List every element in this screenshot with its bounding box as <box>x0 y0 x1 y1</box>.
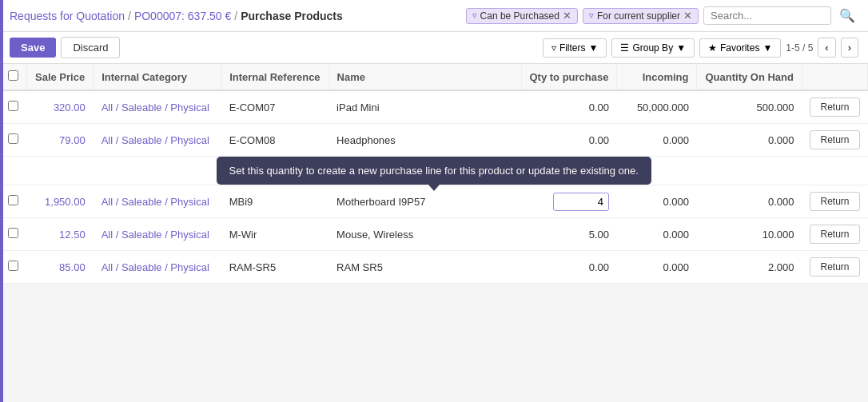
th-action <box>802 64 867 90</box>
row-action-cell: Return <box>802 185 867 218</box>
row-name: iPad Mini <box>328 90 521 124</box>
qty-input[interactable] <box>553 193 609 211</box>
th-sale-price: Sale Price <box>27 64 94 90</box>
breadcrumb-current: Purchase Products <box>241 10 343 22</box>
table-row: 12.50 All / Saleable / Physical M-Wir Mo… <box>0 218 868 251</box>
search-input[interactable] <box>703 6 831 25</box>
row-qty-to-purchase: 0.00 <box>521 124 617 157</box>
row-checkbox[interactable] <box>8 195 18 205</box>
breadcrumb-po-link[interactable]: PO00007: 637.50 € <box>134 10 231 22</box>
pagination-info: 1-5 / 5 <box>786 42 813 54</box>
tooltip-box: Set this quantity to create a new purcha… <box>217 157 651 185</box>
th-qty-to-purchase: Qty to purchase <box>521 64 617 90</box>
row-checkbox-cell <box>0 124 27 157</box>
next-page-button[interactable]: › <box>841 38 858 58</box>
filter-icon: ▿ <box>551 42 556 54</box>
row-sale-price: 1,950.00 <box>27 185 94 218</box>
filters-button[interactable]: ▿ Filters ▼ <box>543 38 607 58</box>
filters-chevron: ▼ <box>589 42 599 54</box>
row-incoming: 0.000 <box>617 185 697 218</box>
row-quantity-on-hand: 10.000 <box>697 218 802 251</box>
row-incoming: 0.000 <box>617 251 697 284</box>
table-row: 320.00 All / Saleable / Physical E-COM07… <box>0 90 868 124</box>
breadcrumb-sep1: / <box>128 10 131 22</box>
filter-purchased-close[interactable]: ✕ <box>563 10 571 21</box>
discard-button[interactable]: Discard <box>61 37 120 58</box>
row-qty-to-purchase: 0.00 <box>521 251 617 284</box>
filters-label: Filters <box>559 42 586 54</box>
row-quantity-on-hand: 2.000 <box>697 251 802 284</box>
group-by-button[interactable]: ☰ Group By ▼ <box>611 38 695 58</box>
row-qty-to-purchase <box>521 185 617 218</box>
row-incoming: 0.000 <box>617 218 697 251</box>
return-button[interactable]: Return <box>810 130 859 149</box>
row-checkbox-cell <box>0 185 27 218</box>
table-row: 79.00 All / Saleable / Physical E-COM08 … <box>0 124 868 157</box>
action-right: ▿ Filters ▼ ☰ Group By ▼ ★ Favorites ▼ 1… <box>543 38 858 58</box>
funnel-icon-purchased: ▿ <box>472 10 477 21</box>
tooltip-cell: Set this quantity to create a new purcha… <box>0 157 868 185</box>
return-button[interactable]: Return <box>810 98 859 117</box>
table-row: 85.00 All / Saleable / Physical RAM-SR5 … <box>0 251 868 284</box>
group-by-chevron: ▼ <box>676 42 686 54</box>
th-name: Name <box>328 64 521 90</box>
row-sale-price: 12.50 <box>27 218 94 251</box>
row-internal-category: All / Saleable / Physical <box>94 218 221 251</box>
filter-tag-supplier: ▿ For current supplier ✕ <box>583 8 699 24</box>
th-quantity-on-hand: Quantity On Hand <box>697 64 802 90</box>
row-internal-category: All / Saleable / Physical <box>94 185 221 218</box>
row-sale-price: 79.00 <box>27 124 94 157</box>
row-checkbox[interactable] <box>8 133 18 144</box>
products-table: Sale Price Internal Category Internal Re… <box>0 64 868 284</box>
breadcrumb: Requests for Quotation / PO00007: 637.50… <box>10 10 343 22</box>
top-bar: Requests for Quotation / PO00007: 637.50… <box>0 0 868 32</box>
th-internal-reference: Internal Reference <box>221 64 328 90</box>
row-incoming: 0.000 <box>617 124 697 157</box>
search-button[interactable]: 🔍 <box>836 6 858 25</box>
row-internal-reference: RAM-SR5 <box>221 251 328 284</box>
row-name: Motherboard I9P57 <box>328 185 521 218</box>
row-quantity-on-hand: 0.000 <box>697 124 802 157</box>
row-internal-reference: E-COM07 <box>221 90 328 124</box>
row-internal-reference: M-Wir <box>221 218 328 251</box>
row-name: Headphones <box>328 124 521 157</box>
group-by-label: Group By <box>632 42 673 54</box>
row-sale-price: 85.00 <box>27 251 94 284</box>
row-action-cell: Return <box>802 218 867 251</box>
favorites-chevron: ▼ <box>762 42 772 54</box>
table-header-row: Sale Price Internal Category Internal Re… <box>0 64 868 90</box>
row-checkbox-cell <box>0 251 27 284</box>
row-quantity-on-hand: 500.000 <box>697 90 802 124</box>
row-checkbox-cell <box>0 90 27 124</box>
lines-icon: ☰ <box>620 42 629 54</box>
row-internal-category: All / Saleable / Physical <box>94 251 221 284</box>
filter-tag-purchased: ▿ Can be Purchased ✕ <box>466 8 578 24</box>
row-qty-to-purchase: 0.00 <box>521 90 617 124</box>
tooltip-row: Set this quantity to create a new purcha… <box>0 157 868 185</box>
th-checkbox <box>0 64 27 90</box>
tooltip-container: Set this quantity to create a new purcha… <box>0 157 868 185</box>
breadcrumb-rfq-link[interactable]: Requests for Quotation <box>10 10 125 22</box>
select-all-checkbox[interactable] <box>8 70 18 81</box>
star-icon: ★ <box>708 42 717 54</box>
prev-page-button[interactable]: ‹ <box>818 38 835 58</box>
filter-purchased-label: Can be Purchased <box>480 10 559 22</box>
main-content: Sale Price Internal Category Internal Re… <box>0 64 868 284</box>
row-checkbox[interactable] <box>8 228 18 238</box>
save-button[interactable]: Save <box>10 38 56 58</box>
row-action-cell: Return <box>802 90 867 124</box>
row-internal-category: All / Saleable / Physical <box>94 124 221 157</box>
row-checkbox[interactable] <box>8 261 18 271</box>
favorites-button[interactable]: ★ Favorites ▼ <box>699 38 781 58</box>
row-internal-reference: E-COM08 <box>221 124 328 157</box>
breadcrumb-sep2: / <box>234 10 237 22</box>
row-name: Mouse, Wireless <box>328 218 521 251</box>
return-button[interactable]: Return <box>810 257 859 277</box>
action-bar: Save Discard ▿ Filters ▼ ☰ Group By ▼ ★ … <box>0 32 868 64</box>
row-incoming: 50,000.000 <box>617 90 697 124</box>
filter-supplier-close[interactable]: ✕ <box>683 10 692 21</box>
row-checkbox[interactable] <box>8 101 18 111</box>
return-button[interactable]: Return <box>810 225 859 244</box>
row-name: RAM SR5 <box>328 251 521 284</box>
return-button[interactable]: Return <box>810 192 859 211</box>
